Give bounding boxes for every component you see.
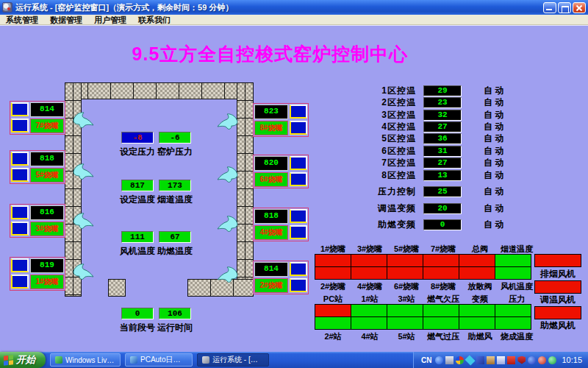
burner-indicator[interactable] [11, 152, 29, 166]
burner-label: 4#烧嘴 [254, 225, 288, 240]
taskbar-task-run-system[interactable]: 运行系统 - [窑炉... [197, 353, 269, 367]
burner-indicator[interactable] [11, 222, 29, 236]
display-icon[interactable] [445, 356, 453, 364]
menu-contact[interactable]: 联系我们 [132, 15, 176, 25]
users-icon[interactable] [487, 356, 495, 364]
zone-mode[interactable]: 自 动 [484, 185, 503, 198]
flame-icon [72, 110, 94, 130]
zone-mode[interactable]: 自 动 [484, 145, 503, 158]
network-icon[interactable] [476, 356, 484, 364]
status-cell [315, 304, 351, 317]
restore-button[interactable] [558, 2, 571, 13]
zone-value-display[interactable]: 25 [423, 186, 462, 197]
status-cell [387, 316, 423, 330]
burner-indicator[interactable] [290, 262, 307, 276]
minimize-button[interactable] [543, 2, 556, 13]
pressure-control-row: 压力控制25自 动 [354, 185, 538, 197]
start-button[interactable]: 开始 [0, 352, 46, 368]
window-title: 运行系统 - [窑炉监控窗口]（演示方式，剩余时间：59 分钟） [15, 2, 233, 13]
back-arrow-icon[interactable] [435, 356, 443, 364]
shield-icon[interactable] [517, 356, 526, 364]
zone-mode[interactable]: 自 动 [484, 96, 503, 109]
status-label: 燃气过压 [425, 331, 462, 341]
taskbar-task-messenger[interactable]: Windows Live Mes... [50, 353, 121, 367]
combustion-fan-indicator [534, 306, 581, 319]
zone-value-display[interactable]: 27 [423, 121, 462, 132]
status-label: 总阀 [462, 244, 498, 253]
menu-user[interactable]: 用户管理 [88, 15, 132, 25]
zone-value-display[interactable]: 32 [423, 110, 462, 121]
burner-indicator[interactable] [290, 156, 307, 170]
zone-mode[interactable]: 自 动 [484, 109, 503, 121]
zone-mode[interactable]: 自 动 [484, 169, 503, 182]
zone-value-display[interactable]: 27 [423, 158, 462, 169]
antivirus-icon[interactable] [507, 356, 515, 364]
burner-temp-display: 814 [254, 262, 288, 277]
burner-indicator[interactable] [11, 275, 29, 289]
segment-display: 0 [121, 308, 154, 319]
status-label: 4#站 [351, 331, 388, 341]
language-indicator[interactable]: CN [421, 356, 431, 364]
burner-indicator[interactable] [11, 168, 29, 182]
set-pressure-display[interactable]: -8 [121, 132, 154, 144]
flame-icon [217, 265, 239, 284]
status-label: 烟道温度 [498, 244, 535, 253]
burner-indicator[interactable] [11, 118, 29, 132]
burner-indicator[interactable] [11, 102, 29, 116]
zone-label: 压力控制 [354, 185, 416, 198]
zone-label: 调温变频 [354, 202, 416, 215]
status-cell [315, 316, 351, 330]
zone-value-display[interactable]: 23 [423, 97, 462, 108]
close-button[interactable] [573, 2, 586, 13]
update-icon[interactable] [548, 356, 556, 364]
zone-value-display[interactable]: 31 [423, 146, 462, 157]
zone-value-display[interactable]: 0 [423, 219, 462, 230]
status-label: 3#站 [388, 294, 425, 303]
zone-mode[interactable]: 自 动 [484, 219, 503, 231]
zone-label: 1区控温 [354, 85, 416, 97]
burner-label: 2#烧嘴 [254, 278, 288, 293]
phone-icon[interactable] [538, 356, 546, 364]
status-cell [495, 304, 531, 317]
fan-temp-display: 111 [121, 231, 154, 243]
zone-mode[interactable]: 自 动 [484, 121, 503, 133]
burner-indicator[interactable] [290, 121, 307, 135]
status-label: 8#烧嘴 [425, 281, 462, 291]
set-temp-display[interactable]: 817 [121, 180, 154, 191]
zone-value-display[interactable]: 13 [423, 170, 462, 181]
burner-indicator[interactable] [11, 258, 29, 272]
zone-value-display[interactable]: 20 [423, 203, 462, 214]
diamond-icon[interactable] [465, 355, 476, 365]
status-cell [423, 254, 459, 267]
status-label: 压力 [498, 294, 535, 303]
status-label: 助燃风 [462, 331, 498, 341]
zone-mode[interactable]: 自 动 [484, 85, 503, 97]
burner-indicator[interactable] [290, 105, 307, 118]
menu-data[interactable]: 数据管理 [44, 15, 88, 25]
burner-indicator[interactable] [290, 225, 307, 239]
chart-icon[interactable] [497, 356, 505, 364]
zone-mode[interactable]: 自 动 [484, 157, 503, 169]
burner-temp-display: 820 [254, 156, 288, 171]
status-label: 5#烧嘴 [388, 244, 425, 253]
set-pressure-label: 设定压力 [120, 146, 155, 158]
messenger-ball-icon[interactable] [528, 356, 536, 364]
zone-label: 2区控温 [354, 96, 416, 109]
burner-temp-display: 823 [254, 105, 288, 119]
taskbar-task-pcauto-log[interactable]: PCAuto日志系统 [125, 353, 193, 367]
burner-indicator[interactable] [11, 205, 29, 219]
burner-indicator[interactable] [290, 278, 307, 292]
status-cell [459, 266, 495, 280]
flame-icon [217, 112, 239, 131]
zone-mode[interactable]: 自 动 [484, 132, 503, 145]
combustion-vfd-row: 助燃变频0自 动 [354, 219, 538, 230]
color-ball-icon[interactable] [456, 356, 464, 364]
burner-indicator[interactable] [290, 172, 307, 186]
burner-indicator[interactable] [290, 209, 307, 223]
menu-system[interactable]: 系统管理 [0, 15, 44, 25]
zone-value-display[interactable]: 36 [423, 133, 462, 144]
status-label: 3#烧嘴 [351, 244, 388, 253]
zone-value-display[interactable]: 29 [423, 85, 462, 96]
zone-mode[interactable]: 自 动 [484, 202, 503, 215]
window-titlebar[interactable]: 运行系统 - [窑炉监控窗口]（演示方式，剩余时间：59 分钟） [0, 0, 588, 15]
